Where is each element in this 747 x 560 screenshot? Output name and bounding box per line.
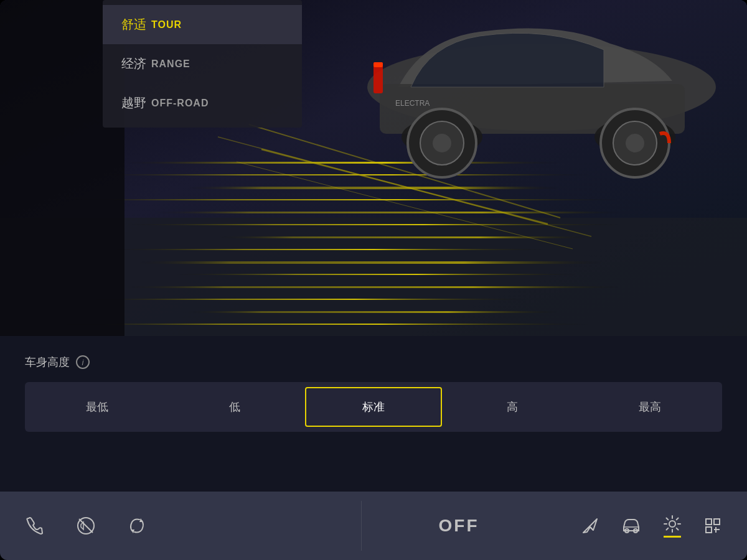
grid-icon[interactable] xyxy=(703,516,722,535)
svg-rect-3 xyxy=(93,174,591,175)
nav-center: OFF xyxy=(362,516,556,536)
bottom-control-area: 车身高度 i 最低 低 标准 高 最高 xyxy=(0,336,747,560)
drive-mode-menu: 舒适 TOUR 经济 RANGE 越野 OFF-ROAD xyxy=(103,0,302,128)
svg-rect-4 xyxy=(187,187,560,189)
info-icon[interactable]: i xyxy=(76,355,90,369)
menu-item-tour[interactable]: 舒适 TOUR xyxy=(103,5,302,44)
nav-right xyxy=(556,515,747,538)
screen-container: ELECTRA 舒适 TOUR 经济 RANGE 越野 OFF-ROAD 车身高… xyxy=(0,0,747,560)
svg-rect-8 xyxy=(218,236,591,238)
height-btn-low[interactable]: 低 xyxy=(167,387,303,427)
height-selector: 最低 低 标准 高 最高 xyxy=(25,382,722,432)
height-btn-highest[interactable]: 最高 xyxy=(582,387,717,427)
svg-text:ELECTRA: ELECTRA xyxy=(395,99,430,108)
svg-point-29 xyxy=(626,134,644,152)
menu-tour-cn: 舒适 xyxy=(121,16,146,33)
svg-rect-2 xyxy=(125,162,560,164)
off-label: OFF xyxy=(439,516,479,536)
height-btn-standard[interactable]: 标准 xyxy=(305,387,443,427)
settings-icon-wrapper[interactable] xyxy=(663,515,682,538)
phone-icon[interactable] xyxy=(25,516,45,536)
mute-icon[interactable] xyxy=(76,516,96,536)
svg-rect-43 xyxy=(706,527,712,533)
car-icon[interactable] xyxy=(621,517,641,534)
gear-active-indicator xyxy=(664,536,681,538)
vehicle-height-section: 车身高度 i 最低 低 标准 高 最高 xyxy=(0,336,747,444)
svg-point-40 xyxy=(669,521,675,527)
height-btn-lowest[interactable]: 最低 xyxy=(30,387,165,427)
svg-rect-41 xyxy=(706,519,712,525)
svg-rect-42 xyxy=(714,519,720,525)
svg-rect-12 xyxy=(125,286,622,288)
svg-rect-31 xyxy=(374,62,383,67)
svg-rect-5 xyxy=(62,199,622,200)
menu-range-cn: 经济 xyxy=(121,55,146,72)
menu-item-range[interactable]: 经济 RANGE xyxy=(103,44,302,83)
menu-offroad-en: OFF-ROAD xyxy=(151,98,209,109)
svg-point-26 xyxy=(433,134,451,152)
svg-rect-6 xyxy=(156,212,622,213)
svg-rect-9 xyxy=(112,249,548,250)
menu-tour-en: TOUR xyxy=(151,19,182,30)
menu-item-offroad[interactable]: 越野 OFF-ROAD xyxy=(103,83,302,123)
height-btn-high[interactable]: 高 xyxy=(444,387,580,427)
menu-range-en: RANGE xyxy=(151,58,190,70)
svg-rect-15 xyxy=(62,324,591,325)
menu-offroad-cn: 越野 xyxy=(121,95,146,111)
section-label: 车身高度 i xyxy=(25,355,722,370)
svg-rect-10 xyxy=(137,261,604,264)
nav-bar: OFF xyxy=(0,492,747,560)
svg-rect-13 xyxy=(93,299,529,300)
navigation-icon[interactable] xyxy=(581,516,599,535)
svg-marker-35 xyxy=(139,518,143,522)
svg-rect-14 xyxy=(187,311,560,313)
svg-marker-36 xyxy=(131,530,134,533)
svg-rect-11 xyxy=(174,274,579,275)
vehicle-height-label: 车身高度 xyxy=(25,355,70,370)
nav-left xyxy=(0,516,361,536)
sync-icon[interactable] xyxy=(127,516,147,536)
